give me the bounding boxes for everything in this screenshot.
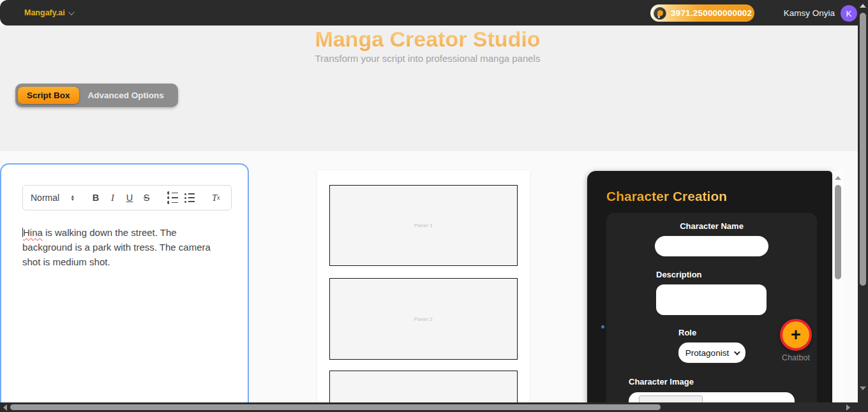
scroll-left-icon[interactable]	[3, 404, 7, 411]
bullet-list-icon	[184, 193, 195, 203]
character-image-label: Character Image	[629, 377, 694, 386]
scrollbar-thumb[interactable]	[835, 185, 841, 279]
script-editor-panel: Normal ▲▼ B I U S	[0, 163, 249, 402]
avatar[interactable]: K	[841, 5, 857, 22]
character-panel-scrollbar[interactable]	[832, 171, 844, 402]
clear-formatting-sub: x	[217, 195, 220, 201]
underline-label: U	[126, 193, 133, 203]
scroll-up-icon[interactable]	[835, 176, 841, 180]
description-label: Description	[656, 270, 702, 279]
script-text-area[interactable]: Hina is walking down the street. The bac…	[22, 225, 220, 269]
character-creation-panel: Character Creation Character Name Descri…	[587, 171, 832, 412]
panel-preview-card: Panel 1Panel 2	[317, 170, 530, 402]
scrollbar-thumb[interactable]	[860, 13, 866, 286]
description-textarea[interactable]	[656, 284, 767, 315]
notification-dot	[601, 325, 604, 328]
user-name[interactable]: Kamsy Onyia	[784, 0, 835, 26]
strikethrough-label: S	[144, 193, 150, 203]
italic-button[interactable]: I	[105, 189, 121, 206]
bold-label: B	[93, 193, 99, 203]
character-name-label: Character Name	[655, 221, 768, 231]
bullet-list-button[interactable]	[182, 189, 197, 206]
preview-panel[interactable]: Panel 2	[329, 278, 518, 360]
preview-panel-label: Panel 2	[414, 316, 433, 322]
bold-button[interactable]: B	[88, 189, 103, 206]
strikethrough-button[interactable]: S	[139, 189, 154, 206]
plus-icon: +	[791, 325, 801, 345]
chatbot-button[interactable]: +	[780, 319, 812, 351]
tab-advanced-options[interactable]: Advanced Options	[79, 87, 173, 104]
ordered-list-button[interactable]	[165, 189, 181, 206]
scroll-down-icon[interactable]	[860, 386, 866, 390]
page-horizontal-scrollbar[interactable]	[0, 402, 858, 412]
coin-icon	[654, 7, 666, 20]
scrollbar-thumb[interactable]	[10, 404, 661, 410]
scroll-up-icon[interactable]	[860, 4, 866, 8]
character-name-input[interactable]	[655, 236, 768, 256]
character-creation-heading: Character Creation	[606, 189, 727, 204]
role-label: Role	[678, 328, 696, 337]
editor-toolbar: Normal ▲▼ B I U S	[22, 185, 232, 210]
clear-formatting-icon: T	[212, 193, 217, 203]
italic-label: I	[111, 193, 114, 203]
credits-amount: 3971.250000000002	[671, 8, 752, 18]
chatbot-label: Chatbot	[780, 353, 812, 362]
script-text: is walking down the street. The backgrou…	[22, 227, 211, 267]
clear-formatting-button[interactable]: Tx	[208, 189, 223, 206]
misspelled-word: Hina	[23, 227, 43, 238]
underline-button[interactable]: U	[122, 189, 137, 206]
preview-panel[interactable]	[329, 371, 518, 402]
manga-creator-studio-app: Mangafy.ai 3971.250000000002 Kamsy Onyia…	[0, 0, 868, 412]
brand-menu[interactable]: Mangafy.ai	[24, 0, 73, 26]
credits-balance-pill[interactable]: 3971.250000000002	[650, 4, 754, 22]
scroll-right-icon[interactable]	[846, 404, 850, 411]
tab-bar: Script Box Advanced Options	[15, 84, 178, 107]
preview-panel-label: Panel 1	[414, 223, 433, 228]
top-navigation-bar: Mangafy.ai 3971.250000000002 Kamsy Onyia…	[0, 0, 868, 26]
preview-panel[interactable]: Panel 1	[329, 185, 518, 266]
character-form-card: Character Name Description Role Protagon…	[606, 213, 817, 412]
tab-script-box[interactable]: Script Box	[18, 87, 79, 104]
page-subtitle: Transform your script into professional …	[217, 53, 638, 64]
page-vertical-scrollbar[interactable]	[858, 0, 868, 412]
format-dropdown[interactable]: Normal	[31, 193, 59, 203]
page-title: Manga Creator Studio	[217, 27, 638, 52]
format-updown-icon[interactable]: ▲▼	[70, 195, 75, 201]
chevron-down-icon	[734, 349, 740, 355]
role-selected-value: Protagonist	[685, 348, 729, 358]
role-select[interactable]: Protagonist	[678, 342, 745, 363]
chevron-down-icon	[68, 9, 75, 15]
brand-logo-text[interactable]: Mangafy.ai	[24, 8, 65, 17]
ordered-list-icon	[167, 191, 178, 204]
